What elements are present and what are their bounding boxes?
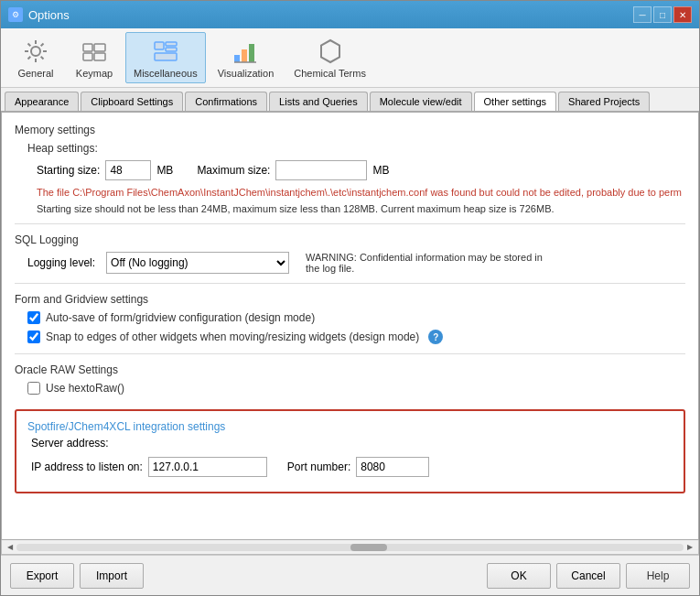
memory-settings-section: Memory settings Heap settings: Starting …: [15, 124, 685, 214]
heap-row: Starting size: MB Maximum size: MB: [27, 160, 685, 180]
help-button[interactable]: Help: [626, 563, 690, 589]
snap-edges-checkbox[interactable]: [27, 331, 40, 343]
import-button[interactable]: Import: [80, 563, 144, 589]
mb2-label: MB: [372, 164, 389, 177]
svg-rect-11: [249, 44, 254, 62]
toolbar: General Keymap M: [1, 28, 699, 88]
hextoraw-checkbox[interactable]: [27, 382, 40, 395]
scroll-right-arrow[interactable]: ▶: [684, 543, 696, 551]
form-gridview-title: Form and Gridview settings: [15, 293, 685, 306]
svg-rect-6: [166, 42, 177, 46]
ip-input[interactable]: [148, 457, 267, 477]
spotfire-title: Spotfire/JChem4XCL integration settings: [27, 420, 673, 433]
scroll-left-arrow[interactable]: ◀: [4, 543, 16, 551]
window-title: Options: [28, 8, 70, 22]
oracle-raw-section: Oracle RAW Settings Use hextoRaw(): [15, 363, 685, 395]
toolbar-chemical-terms[interactable]: Chemical Terms: [285, 32, 374, 83]
warning-box: WARNING: Confidential information may be…: [306, 252, 544, 274]
toolbar-miscellaneous-label: Miscellaneous: [134, 68, 198, 79]
warning-text: WARNING: Confidential information may be…: [306, 252, 544, 274]
server-settings-row: IP address to listen on: Port number:: [27, 457, 673, 477]
scroll-thumb[interactable]: [350, 544, 387, 551]
footer-left: Export Import: [10, 563, 487, 589]
help-icon[interactable]: ?: [428, 330, 443, 344]
svg-rect-2: [83, 53, 92, 60]
svg-point-0: [31, 47, 40, 56]
logging-level-label: Logging level:: [27, 256, 95, 269]
svg-rect-1: [83, 44, 92, 51]
sql-logging-title: SQL Logging: [15, 233, 685, 246]
title-bar-left: ⚙ Options: [8, 7, 70, 22]
toolbar-chemical-terms-label: Chemical Terms: [294, 68, 366, 79]
svg-rect-3: [94, 44, 105, 51]
hextoraw-row: Use hextoRaw(): [27, 382, 685, 395]
window-icon: ⚙: [8, 7, 23, 22]
close-button[interactable]: ✕: [673, 6, 692, 23]
content-panel: Memory settings Heap settings: Starting …: [1, 112, 699, 540]
ip-label: IP address to listen on:: [31, 461, 143, 473]
mb1-label: MB: [156, 164, 173, 177]
maximum-size-label: Maximum size:: [197, 164, 270, 177]
tab-shared-projects[interactable]: Shared Projects: [558, 92, 650, 111]
visualization-icon: [231, 37, 260, 66]
scroll-track[interactable]: [16, 544, 684, 551]
snap-edges-row: Snap to edges of other widgets when movi…: [27, 330, 685, 344]
autosave-row: Auto-save of form/gridview configuration…: [27, 311, 685, 324]
tab-clipboard-settings[interactable]: Clipboard Settings: [81, 92, 183, 111]
footer-right: OK Cancel Help: [487, 563, 690, 589]
svg-rect-9: [234, 55, 240, 62]
general-icon: [21, 37, 50, 66]
starting-size-input[interactable]: [105, 160, 151, 180]
minimize-button[interactable]: ─: [633, 6, 652, 23]
snap-edges-label: Snap to edges of other widgets when movi…: [46, 331, 419, 343]
maximize-button[interactable]: □: [653, 6, 672, 23]
port-label: Port number:: [287, 461, 350, 473]
toolbar-visualization-label: Visualization: [218, 68, 275, 79]
hextoraw-label: Use hextoRaw(): [46, 382, 124, 395]
error-message: The file C:\Program Files\ChemAxon\Insta…: [27, 186, 685, 200]
svg-rect-4: [94, 53, 105, 60]
tab-other-settings[interactable]: Other settings: [474, 92, 556, 112]
maximum-size-input[interactable]: [275, 160, 367, 180]
window-controls: ─ □ ✕: [633, 6, 692, 23]
toolbar-keymap[interactable]: Keymap: [67, 32, 122, 83]
autosave-label: Auto-save of form/gridview configuration…: [46, 311, 315, 324]
title-bar: ⚙ Options ─ □ ✕: [1, 1, 699, 28]
chemical-terms-icon: [316, 37, 345, 66]
tab-lists-and-queries[interactable]: Lists and Queries: [269, 92, 368, 111]
footer: Export Import OK Cancel Help: [1, 555, 699, 595]
toolbar-miscellaneous[interactable]: Miscellaneous: [125, 32, 206, 83]
oracle-raw-title: Oracle RAW Settings: [15, 363, 685, 376]
server-address-label: Server address:: [31, 437, 109, 450]
spotfire-section: Spotfire/JChem4XCL integration settings …: [15, 409, 685, 493]
toolbar-general-label: General: [17, 68, 53, 79]
logging-level-select[interactable]: Off (No logging) Low Medium High: [106, 252, 289, 274]
toolbar-general[interactable]: General: [8, 32, 63, 83]
miscellaneous-icon: [151, 37, 180, 66]
heap-settings-label: Heap settings:: [27, 142, 685, 155]
export-button[interactable]: Export: [10, 563, 74, 589]
tab-molecule-view-edit[interactable]: Molecule view/edit: [370, 92, 472, 111]
toolbar-keymap-label: Keymap: [76, 68, 113, 79]
logging-level-row: Logging level: Off (No logging) Low Medi…: [27, 252, 685, 274]
ok-button[interactable]: OK: [487, 563, 551, 589]
svg-rect-5: [155, 42, 164, 49]
starting-size-label: Starting size:: [37, 164, 100, 177]
memory-settings-title: Memory settings: [15, 124, 685, 136]
options-window: ⚙ Options ─ □ ✕ General: [0, 0, 700, 596]
horizontal-scrollbar[interactable]: ◀ ▶: [1, 540, 699, 555]
toolbar-visualization[interactable]: Visualization: [210, 32, 283, 83]
form-gridview-section: Form and Gridview settings Auto-save of …: [15, 293, 685, 344]
svg-marker-13: [321, 40, 339, 62]
svg-rect-10: [242, 49, 247, 62]
svg-rect-8: [155, 53, 177, 60]
svg-rect-7: [166, 48, 177, 51]
info-message: Starting size should not be less than 24…: [27, 203, 685, 214]
keymap-icon: [80, 37, 109, 66]
sql-logging-section: SQL Logging Logging level: Off (No loggi…: [15, 233, 685, 274]
port-input[interactable]: [356, 457, 429, 477]
tab-appearance[interactable]: Appearance: [5, 92, 79, 111]
cancel-button[interactable]: Cancel: [556, 563, 620, 589]
tab-confirmations[interactable]: Confirmations: [185, 92, 267, 111]
autosave-checkbox[interactable]: [27, 311, 40, 324]
